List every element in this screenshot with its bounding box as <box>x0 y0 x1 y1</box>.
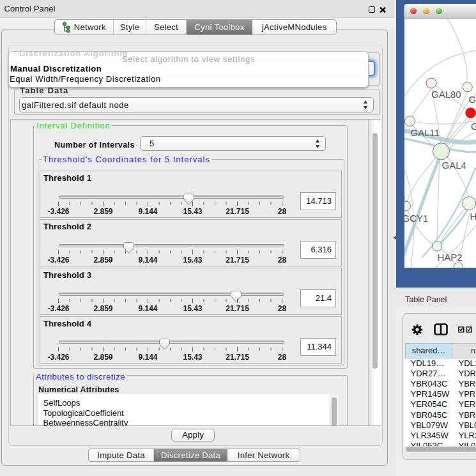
svg-text:GAL4: GAL4 <box>442 160 466 171</box>
svg-text:GA: GA <box>471 120 476 131</box>
svg-text:GAL11: GAL11 <box>411 127 440 137</box>
svg-text:GA: GA <box>469 93 476 104</box>
svg-text:GCY1: GCY1 <box>404 212 428 223</box>
svg-text:HI: HI <box>470 211 476 222</box>
svg-text:GAL80: GAL80 <box>431 88 461 99</box>
svg-text:HAP2: HAP2 <box>438 252 463 263</box>
